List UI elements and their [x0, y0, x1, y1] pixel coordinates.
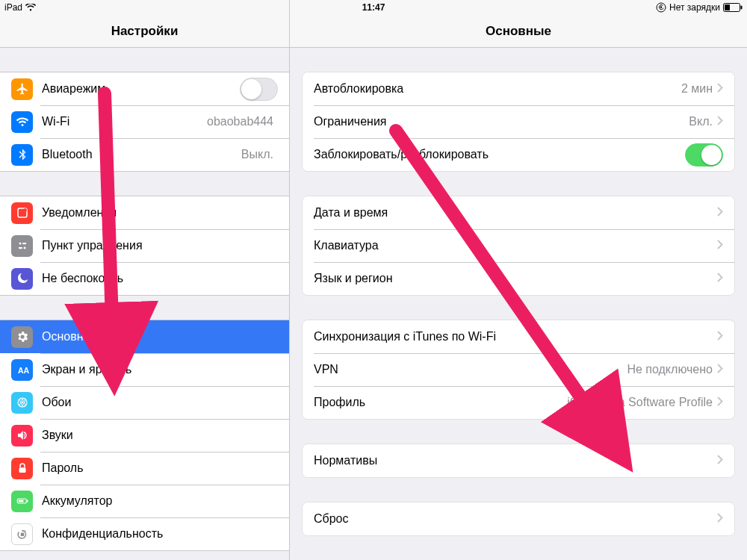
detail-row[interactable]: Нормативы [303, 444, 734, 477]
svg-rect-4 [725, 4, 730, 10]
detail-row-label: Сброс [314, 512, 717, 526]
svg-rect-10 [18, 247, 22, 249]
detail-row-label: Дата и время [314, 206, 717, 220]
svg-point-9 [23, 247, 25, 249]
privacy-icon [11, 523, 33, 545]
sidebar-item-label: Wi-Fi [42, 115, 207, 128]
sidebar-item-battery[interactable]: Аккумулятор [0, 485, 289, 517]
svg-rect-1 [660, 7, 662, 8]
detail-row[interactable]: Язык и регион [303, 262, 734, 295]
svg-point-15 [21, 402, 23, 404]
detail-row-label: Профиль [314, 396, 567, 409]
detail-pane: Основные Автоблокировка2 минОграниченияВ… [290, 0, 747, 560]
sidebar-item-label: Экран и яркость [42, 363, 278, 376]
detail-row[interactable]: Дата и время [303, 196, 734, 229]
sidebar-item-notifications[interactable]: Уведомления [0, 196, 289, 229]
detail-row-value: Не подключено [627, 363, 713, 376]
bluetooth-icon [11, 144, 33, 166]
detail-row-label: Нормативы [314, 454, 717, 467]
detail-row-value: 2 мин [681, 82, 713, 96]
display-icon: AA [11, 359, 33, 381]
sidebar-item-sounds[interactable]: Звуки [0, 419, 289, 452]
sounds-icon [11, 425, 33, 447]
sidebar-item-passcode[interactable]: Пароль [0, 452, 289, 485]
status-time: 11:47 [362, 2, 385, 13]
toggle-switch[interactable] [240, 78, 278, 101]
chevron-right-icon [717, 330, 723, 343]
detail-title: Основные [486, 24, 551, 39]
settings-sidebar: Настройки АвиарежимWi-Fiobaobab444Blueto… [0, 0, 290, 560]
chevron-right-icon [717, 82, 723, 96]
sidebar-item-privacy[interactable]: Конфиденциальность [0, 517, 289, 550]
wifi-icon [11, 111, 33, 133]
svg-point-6 [23, 208, 27, 212]
detail-row[interactable]: Синхронизация с iTunes по Wi-Fi [303, 320, 734, 353]
detail-row[interactable]: Заблокировать/разблокировать [303, 138, 734, 171]
sidebar-item-value: obaobab444 [207, 115, 273, 128]
carrier-label: iPad [4, 2, 22, 13]
svg-rect-19 [18, 500, 23, 503]
chevron-right-icon [717, 363, 723, 376]
sidebar-item-label: Звуки [42, 429, 278, 442]
sidebar-item-control-center[interactable]: Пункт управления [0, 229, 289, 262]
detail-row-label: Ограничения [314, 115, 689, 128]
svg-rect-16 [19, 467, 25, 473]
status-right: Нет зарядки [656, 2, 743, 13]
chevron-right-icon [717, 396, 723, 409]
notifications-icon [11, 202, 33, 224]
sidebar-item-wifi[interactable]: Wi-Fiobaobab444 [0, 105, 289, 138]
detail-row[interactable]: ПрофильiOS 9 Beta Software Profile [303, 386, 734, 419]
detail-row[interactable]: Сброс [303, 503, 734, 535]
svg-rect-20 [20, 533, 24, 537]
sidebar-item-airplane[interactable]: Авиарежим [0, 72, 289, 105]
svg-rect-18 [27, 500, 28, 503]
sidebar-item-label: Пункт управления [42, 239, 278, 252]
sidebar-item-dnd[interactable]: Не беспокоить [0, 262, 289, 295]
detail-row-value: iOS 9 Beta Software Profile [567, 396, 713, 409]
sidebar-item-general[interactable]: Основные [0, 320, 289, 353]
sidebar-item-display[interactable]: AAЭкран и яркость [0, 353, 289, 386]
passcode-icon [11, 458, 33, 479]
detail-row-label: Синхронизация с iTunes по Wi-Fi [314, 330, 717, 343]
sidebar-item-label: Конфиденциальность [42, 527, 278, 541]
detail-row-value: Вкл. [689, 115, 713, 128]
sidebar-scroll[interactable]: АвиарежимWi-Fiobaobab444BluetoothВыкл.Ув… [0, 48, 289, 560]
svg-text:AA: AA [18, 366, 29, 375]
sidebar-item-wallpaper[interactable]: Обои [0, 386, 289, 419]
dnd-icon [11, 268, 33, 290]
sidebar-item-label: Обои [42, 396, 278, 409]
detail-row[interactable]: ОграниченияВкл. [303, 105, 734, 138]
sidebar-item-label: Пароль [42, 461, 278, 475]
wallpaper-icon [11, 392, 33, 414]
airplane-icon [11, 78, 33, 100]
general-icon [11, 326, 33, 348]
toggle-switch[interactable] [685, 143, 723, 167]
detail-row-label: Заблокировать/разблокировать [314, 148, 685, 161]
sidebar-item-value: Выкл. [241, 148, 273, 161]
status-bar: iPad 11:47 Нет зарядки [0, 0, 747, 15]
detail-row-label: Клавиатура [314, 239, 717, 252]
detail-scroll[interactable]: Автоблокировка2 минОграниченияВкл.Заблок… [290, 48, 747, 560]
detail-row-label: Язык и регион [314, 272, 717, 285]
sidebar-item-label: Не беспокоить [42, 272, 278, 285]
sidebar-item-label: Bluetooth [42, 148, 241, 161]
chevron-right-icon [717, 512, 723, 526]
detail-row[interactable]: Автоблокировка2 мин [303, 72, 734, 105]
chevron-right-icon [717, 206, 723, 220]
detail-row[interactable]: VPNНе подключено [303, 353, 734, 386]
svg-point-7 [19, 243, 21, 245]
chevron-right-icon [717, 272, 723, 285]
sidebar-item-label: Основные [42, 330, 278, 343]
rotation-lock-icon [656, 2, 666, 13]
svg-rect-8 [22, 243, 26, 244]
sidebar-item-bluetooth[interactable]: BluetoothВыкл. [0, 138, 289, 171]
chevron-right-icon [717, 115, 723, 128]
sidebar-item-label: Аккумулятор [42, 494, 278, 508]
detail-row[interactable]: Клавиатура [303, 229, 734, 262]
charging-label: Нет зарядки [669, 2, 720, 13]
battery-icon [723, 3, 743, 12]
sidebar-title: Настройки [111, 24, 179, 39]
chevron-right-icon [717, 454, 723, 467]
battery-icon [11, 491, 33, 512]
detail-row-label: VPN [314, 363, 627, 376]
